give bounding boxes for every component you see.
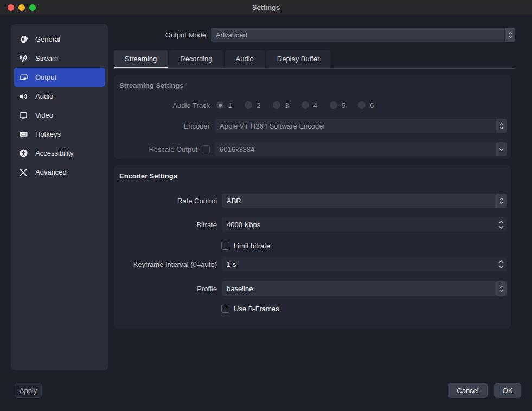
tab-streaming[interactable]: Streaming <box>114 50 168 68</box>
audio-track-option-2[interactable]: 2 <box>245 101 260 110</box>
keyframe-interval-row: Keyframe Interval (0=auto) 1 s <box>118 257 507 271</box>
sidebar-item-label: Hotkeys <box>35 130 61 138</box>
accessibility-icon <box>18 149 28 158</box>
sidebar-item-video[interactable]: Video <box>14 106 105 125</box>
limit-bitrate-row: Limit bitrate <box>118 241 507 251</box>
output-mode-label: Output Mode <box>165 31 206 39</box>
output-icon <box>18 73 28 82</box>
tab-underline <box>114 68 515 69</box>
rate-control-select[interactable]: ABR <box>222 194 507 208</box>
profile-label: Profile <box>197 285 217 293</box>
sidebar-item-advanced[interactable]: Advanced <box>14 163 105 182</box>
output-tabs: Streaming Recording Audio Replay Buffer <box>114 50 330 68</box>
radio-icon <box>216 101 224 109</box>
encoder-select[interactable]: Apple VT H264 Software Encoder <box>215 119 507 133</box>
traffic-lights <box>8 4 36 11</box>
radio-icon <box>330 101 337 109</box>
encoder-label: Encoder <box>184 122 210 130</box>
close-window-button[interactable] <box>8 4 14 11</box>
output-mode-select[interactable]: Advanced <box>211 28 515 42</box>
use-b-frames-checkbox[interactable] <box>221 305 229 313</box>
minimize-window-button[interactable] <box>18 4 25 11</box>
radio-icon <box>273 101 280 109</box>
rate-control-row: Rate Control ABR <box>118 194 507 208</box>
encoder-row: Encoder Apple VT H264 Software Encoder <box>118 119 507 133</box>
keyframe-interval-input[interactable]: 1 s <box>222 257 507 271</box>
spinner-arrows-icon[interactable] <box>498 221 504 229</box>
rescale-output-checkbox[interactable] <box>202 145 210 153</box>
tools-icon <box>18 168 28 177</box>
audio-track-option-5[interactable]: 5 <box>330 101 345 110</box>
output-mode-row: Output Mode Advanced <box>114 28 515 42</box>
bitrate-label: Bitrate <box>196 221 217 229</box>
sidebar-item-label: Stream <box>35 54 58 62</box>
sidebar-item-hotkeys[interactable]: Hotkeys <box>14 125 105 144</box>
rescale-output-label: Rescale Output <box>149 145 197 153</box>
encoder-settings-group: Encoder Settings Rate Control ABR Bitrat… <box>114 165 511 329</box>
radio-icon <box>302 101 309 109</box>
antenna-icon <box>18 54 28 63</box>
audio-track-radio-group: 1 2 3 4 5 6 <box>215 101 374 110</box>
sidebar-item-label: Advanced <box>35 168 67 176</box>
chevron-updown-icon <box>504 28 515 42</box>
apply-button[interactable]: Apply <box>15 383 42 398</box>
profile-select[interactable]: baseline <box>222 281 507 296</box>
rate-control-label: Rate Control <box>177 197 217 205</box>
audio-track-option-1[interactable]: 1 <box>216 101 232 110</box>
chevron-updown-icon <box>496 281 507 296</box>
sidebar-item-stream[interactable]: Stream <box>14 49 105 68</box>
sidebar-item-label: General <box>35 35 60 43</box>
bitrate-input[interactable]: 4000 Kbps <box>222 217 507 232</box>
profile-row: Profile baseline <box>118 281 507 296</box>
sidebar-item-output[interactable]: Output <box>14 68 105 87</box>
sidebar-item-label: Output <box>35 73 56 81</box>
monitor-icon <box>18 111 28 120</box>
window-title: Settings <box>252 3 280 11</box>
tab-recording[interactable]: Recording <box>169 50 223 68</box>
sidebar-item-label: Audio <box>35 92 53 100</box>
audio-track-option-3[interactable]: 3 <box>273 101 289 110</box>
radio-icon <box>358 101 366 109</box>
audio-track-row: Audio Track 1 2 3 4 5 6 <box>118 99 507 112</box>
spinner-arrows-icon[interactable] <box>498 260 504 268</box>
sidebar-item-label: Accessibility <box>35 149 74 157</box>
limit-bitrate-checkbox[interactable] <box>221 242 229 250</box>
limit-bitrate-label: Limit bitrate <box>234 242 270 250</box>
title-bar: Settings <box>0 0 532 15</box>
audio-track-option-4[interactable]: 4 <box>302 101 317 110</box>
chevron-updown-icon <box>496 194 507 208</box>
chevron-updown-icon <box>496 119 507 133</box>
chevron-down-icon <box>496 142 507 156</box>
use-b-frames-row: Use B-Frames <box>118 304 507 313</box>
ok-button[interactable]: OK <box>494 383 521 398</box>
encoder-settings-title: Encoder Settings <box>118 170 507 180</box>
sidebar-item-general[interactable]: General <box>14 30 105 49</box>
keyboard-icon <box>18 130 28 139</box>
zoom-window-button[interactable] <box>29 4 36 11</box>
use-b-frames-label: Use B-Frames <box>234 305 279 313</box>
rescale-output-select[interactable]: 6016x3384 <box>215 142 507 156</box>
settings-sidebar: General Stream Output Audio Video Hotkey… <box>11 24 108 370</box>
sidebar-item-accessibility[interactable]: Accessibility <box>14 144 105 163</box>
cancel-button[interactable]: Cancel <box>448 383 488 398</box>
tab-audio[interactable]: Audio <box>225 50 265 68</box>
audio-track-label: Audio Track <box>172 101 210 110</box>
speaker-icon <box>18 92 28 101</box>
keyframe-interval-label: Keyframe Interval (0=auto) <box>133 260 217 268</box>
streaming-settings-group: Streaming Settings Audio Track 1 2 3 4 5… <box>114 75 511 159</box>
bitrate-row: Bitrate 4000 Kbps <box>118 217 507 232</box>
rescale-output-row: Rescale Output 6016x3384 <box>118 142 507 156</box>
streaming-settings-title: Streaming Settings <box>118 79 507 89</box>
audio-track-option-6[interactable]: 6 <box>358 101 374 110</box>
sidebar-item-label: Video <box>35 111 53 119</box>
gear-icon <box>18 35 28 44</box>
radio-icon <box>245 101 252 109</box>
sidebar-item-audio[interactable]: Audio <box>14 87 105 106</box>
tab-replay-buffer[interactable]: Replay Buffer <box>266 50 331 68</box>
